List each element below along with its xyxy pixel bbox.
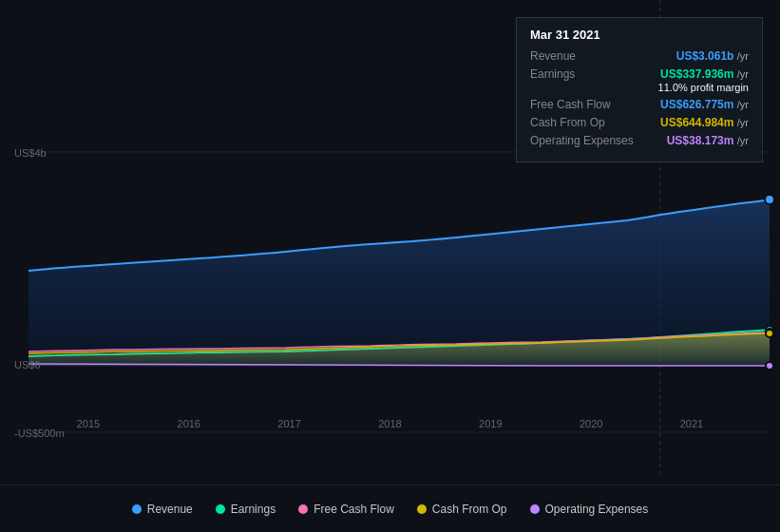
- tooltip-box: Mar 31 2021 Revenue US$3.061b /yr Earnin…: [516, 17, 763, 162]
- tooltip-row-cfo: Cash From Op US$644.984m /yr: [530, 116, 749, 129]
- svg-point-5: [765, 195, 774, 204]
- tooltip-val-cfo: US$644.984m: [660, 116, 733, 129]
- legend-item-opex[interactable]: Operating Expenses: [530, 503, 649, 516]
- tooltip-label-revenue: Revenue: [530, 49, 625, 63]
- tooltip-label-fcf: Free Cash Flow: [530, 98, 625, 111]
- tooltip-val-earnings: US$337.936m: [660, 67, 733, 81]
- tooltip-value-cfo: US$644.984m /yr: [660, 116, 749, 129]
- x-label-2019: 2019: [479, 418, 502, 429]
- y-label-mid: US$0: [14, 359, 41, 370]
- tooltip-period-revenue: /yr: [737, 50, 749, 62]
- x-label-2021: 2021: [680, 418, 703, 429]
- legend-item-fcf[interactable]: Free Cash Flow: [298, 503, 394, 516]
- x-label-2016: 2016: [178, 418, 200, 429]
- legend-label-fcf: Free Cash Flow: [314, 503, 394, 516]
- tooltip-row-opex: Operating Expenses US$38.173m /yr: [530, 134, 749, 147]
- tooltip-value-revenue: US$3.061b /yr: [676, 49, 749, 63]
- legend-dot-earnings: [216, 504, 225, 514]
- x-label-2018: 2018: [378, 418, 401, 429]
- svg-point-9: [766, 362, 773, 370]
- legend-dot-revenue: [132, 504, 142, 514]
- tooltip-label-opex: Operating Expenses: [530, 134, 634, 147]
- legend-label-earnings: Earnings: [231, 503, 276, 516]
- legend-dot-cfo: [417, 504, 427, 514]
- x-label-2020: 2020: [580, 418, 602, 429]
- legend-label-revenue: Revenue: [147, 503, 193, 516]
- tooltip-row-revenue: Revenue US$3.061b /yr: [530, 49, 749, 63]
- legend-item-earnings[interactable]: Earnings: [216, 503, 276, 516]
- tooltip-value-opex: US$38.173m /yr: [667, 134, 749, 147]
- tooltip-date: Mar 31 2021: [530, 28, 749, 42]
- legend-item-revenue[interactable]: Revenue: [132, 503, 193, 516]
- tooltip-value-earnings: US$337.936m /yr 11.0% profit margin: [658, 67, 749, 93]
- tooltip-label-earnings: Earnings: [530, 67, 625, 81]
- tooltip-row-fcf: Free Cash Flow US$626.775m /yr: [530, 98, 749, 111]
- svg-point-8: [766, 330, 773, 337]
- y-label-top: US$4b: [14, 147, 47, 159]
- legend-bar: Revenue Earnings Free Cash Flow Cash Fro…: [0, 484, 780, 532]
- tooltip-label-cfo: Cash From Op: [530, 116, 625, 129]
- tooltip-profit-margin: 11.0% profit margin: [658, 82, 749, 93]
- tooltip-val-revenue: US$3.061b: [676, 49, 734, 63]
- tooltip-row-earnings: Earnings US$337.936m /yr 11.0% profit ma…: [530, 67, 749, 93]
- tooltip-value-fcf: US$626.775m /yr: [660, 98, 749, 111]
- chart-area: US$4b US$0 -US$500m 2015 2016 2017 2018 …: [0, 0, 780, 484]
- legend-label-opex: Operating Expenses: [545, 503, 649, 516]
- legend-label-cfo: Cash From Op: [432, 503, 507, 516]
- legend-dot-fcf: [298, 504, 308, 514]
- tooltip-val-opex: US$38.173m: [667, 134, 734, 147]
- tooltip-val-fcf: US$626.775m: [660, 98, 733, 111]
- x-label-2017: 2017: [277, 418, 300, 429]
- legend-item-cfo[interactable]: Cash From Op: [417, 503, 507, 516]
- x-label-2015: 2015: [77, 418, 100, 429]
- legend-dot-opex: [530, 504, 540, 514]
